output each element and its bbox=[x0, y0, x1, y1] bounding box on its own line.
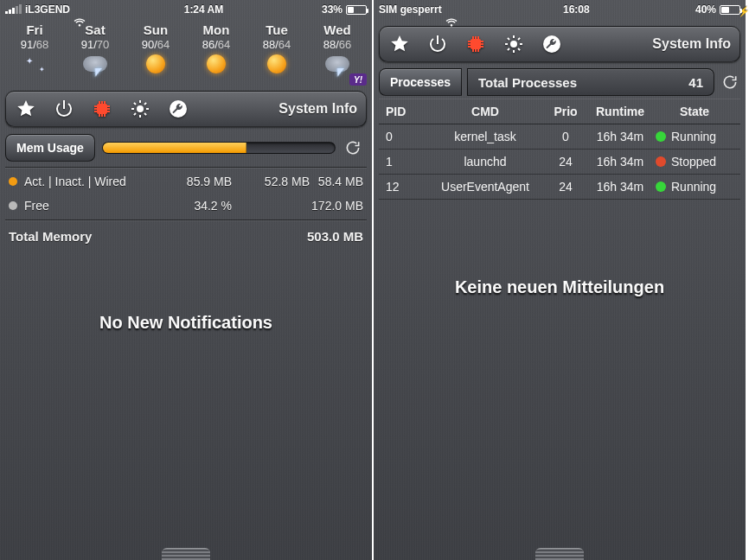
cell-runtime: 16h 34m bbox=[585, 180, 656, 194]
weather-sun-icon bbox=[259, 54, 294, 82]
cell-prio: 24 bbox=[547, 180, 585, 194]
weather-temps: 86/64 bbox=[187, 38, 246, 51]
weather-stars-icon bbox=[17, 54, 52, 82]
signal-bars-icon bbox=[5, 5, 22, 14]
processes-icon[interactable] bbox=[464, 33, 487, 55]
svg-rect-3 bbox=[471, 39, 481, 49]
refresh-icon[interactable] bbox=[720, 72, 740, 92]
weather-day[interactable]: Mon86/64 bbox=[187, 22, 246, 84]
memory-progress-bar bbox=[102, 142, 336, 154]
widget-toolbar: System Info bbox=[379, 26, 740, 62]
cell-runtime: 16h 34m bbox=[585, 130, 656, 143]
clock: 16:08 bbox=[458, 3, 695, 16]
weather-day-name: Wed bbox=[308, 22, 367, 37]
used-dot-icon bbox=[9, 177, 17, 186]
cell-runtime: 16h 34m bbox=[585, 155, 656, 169]
carrier-label: SIM gesperrt bbox=[379, 3, 442, 16]
col-state: State bbox=[656, 105, 733, 118]
cell-state: Running bbox=[656, 130, 733, 143]
mem-row-free: Free 34.2 % 172.0 MB bbox=[5, 194, 367, 218]
weather-sun-icon bbox=[199, 54, 234, 82]
mem-free-val: 172.0 MB bbox=[310, 199, 363, 213]
toolbar-title: System Info bbox=[278, 101, 357, 117]
brightness-icon[interactable] bbox=[129, 98, 151, 120]
status-bar: SIM gesperrt 16:08 40% ⚡ bbox=[374, 0, 746, 19]
state-dot-icon bbox=[656, 131, 666, 142]
svg-rect-0 bbox=[97, 104, 107, 114]
battery-icon bbox=[346, 5, 367, 15]
weather-day[interactable]: Sun90/64 bbox=[126, 22, 185, 84]
drawer-grabber-icon[interactable] bbox=[535, 548, 584, 560]
carrier-label: iL3GEND bbox=[25, 3, 70, 16]
mem-active: 85.9 MB bbox=[154, 175, 232, 188]
svg-point-1 bbox=[137, 105, 144, 112]
cell-state: Stopped bbox=[656, 155, 733, 169]
settings-wrench-icon[interactable] bbox=[541, 33, 563, 55]
weather-temps: 88/66 bbox=[308, 38, 367, 51]
mem-free-pct: 34.2 % bbox=[154, 199, 232, 213]
processes-icon[interactable] bbox=[91, 98, 113, 120]
table-header: PID CMD Prio Runtime State bbox=[379, 99, 740, 124]
state-dot-icon bbox=[656, 156, 666, 167]
mem-inactive: 52.8 MB bbox=[232, 175, 310, 188]
table-row[interactable]: 12UserEventAgent2416h 34mRunning bbox=[379, 175, 740, 200]
weather-day[interactable]: Sat91/70 bbox=[66, 22, 125, 84]
no-notifications-text: No New Notifications bbox=[0, 313, 372, 333]
mem-total-val: 503.0 MB bbox=[307, 229, 363, 244]
weather-storm-icon bbox=[78, 56, 112, 84]
weather-day[interactable]: Tue88/64 bbox=[247, 22, 306, 84]
cell-prio: 24 bbox=[547, 155, 585, 169]
free-dot-icon bbox=[9, 201, 17, 210]
process-table: PID CMD Prio Runtime State 0kernel_task0… bbox=[379, 99, 740, 200]
total-processes: Total Processes 41 bbox=[467, 68, 714, 96]
state-dot-icon bbox=[656, 181, 666, 192]
processes-tab[interactable]: Processes bbox=[379, 68, 462, 96]
wifi-icon bbox=[445, 5, 458, 14]
wifi-icon bbox=[74, 5, 86, 14]
mem-usage-tab[interactable]: Mem Usage bbox=[5, 134, 95, 162]
yahoo-badge-icon[interactable]: Y! bbox=[349, 73, 367, 86]
weather-strip: Fri91/68Sat91/70Sun90/64Mon86/64Tue88/64… bbox=[0, 19, 372, 86]
weather-temps: 91/68 bbox=[5, 38, 64, 51]
toolbar-title: System Info bbox=[652, 36, 731, 52]
memory-panel: Mem Usage Act. | Inact. | Wired 85.9 MB … bbox=[5, 130, 367, 252]
mem-wired: 58.4 MB bbox=[310, 175, 363, 188]
mem-legend: Act. | Inact. | Wired bbox=[24, 175, 154, 188]
col-cmd: CMD bbox=[424, 105, 547, 118]
refresh-icon[interactable] bbox=[342, 137, 363, 158]
col-prio: Prio bbox=[547, 105, 585, 118]
power-icon[interactable] bbox=[426, 33, 449, 55]
settings-wrench-icon[interactable] bbox=[167, 98, 189, 120]
weather-temps: 88/64 bbox=[247, 38, 306, 51]
cell-state: Running bbox=[656, 180, 733, 194]
col-runtime: Runtime bbox=[585, 105, 656, 118]
processes-header: Processes Total Processes 41 bbox=[379, 66, 740, 99]
battery-percent: 33% bbox=[322, 3, 342, 16]
phone-right: SIM gesperrt 16:08 40% ⚡ System Info Pro… bbox=[374, 0, 747, 560]
cell-pid: 12 bbox=[386, 180, 424, 194]
clock: 1:24 AM bbox=[86, 3, 322, 16]
widget-toolbar: System Info bbox=[5, 91, 367, 127]
weather-sun-icon bbox=[138, 54, 173, 82]
table-row[interactable]: 0kernel_task016h 34mRunning bbox=[379, 124, 740, 150]
drawer-grabber-icon[interactable] bbox=[162, 548, 210, 560]
charging-bolt-icon: ⚡ bbox=[738, 6, 749, 17]
weather-day-name: Sun bbox=[126, 22, 185, 37]
favorites-star-icon[interactable] bbox=[388, 33, 411, 55]
cell-prio: 0 bbox=[547, 130, 585, 143]
col-pid: PID bbox=[386, 105, 424, 118]
weather-day-name: Mon bbox=[187, 22, 246, 37]
weather-day-name: Tue bbox=[247, 22, 306, 37]
weather-day[interactable]: Fri91/68 bbox=[5, 22, 64, 84]
table-row[interactable]: 1launchd2416h 34mStopped bbox=[379, 150, 740, 175]
total-processes-label: Total Processes bbox=[478, 75, 577, 90]
brightness-icon[interactable] bbox=[503, 33, 525, 55]
cell-cmd: launchd bbox=[424, 155, 547, 169]
battery-icon: ⚡ bbox=[720, 5, 740, 15]
weather-day-name: Fri bbox=[5, 22, 64, 37]
mem-total-label: Total Memory bbox=[9, 229, 92, 244]
favorites-star-icon[interactable] bbox=[15, 98, 37, 120]
mem-free-label: Free bbox=[24, 199, 154, 213]
phone-left: iL3GEND 1:24 AM 33% Fri91/68Sat91/70Sun9… bbox=[0, 0, 374, 560]
power-icon[interactable] bbox=[53, 98, 75, 120]
